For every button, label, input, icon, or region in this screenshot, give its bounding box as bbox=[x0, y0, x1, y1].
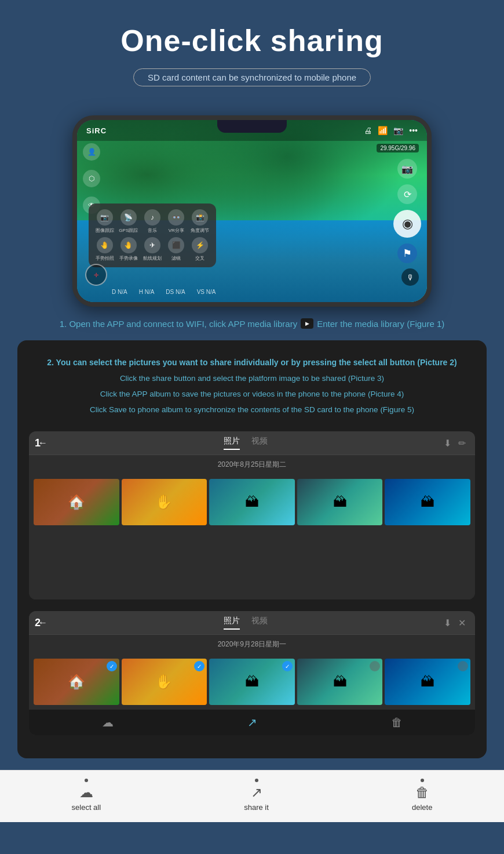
figure-2-tab-photos[interactable]: 照片 bbox=[224, 616, 240, 630]
photo-thumb-5[interactable]: 🏔 bbox=[385, 479, 470, 525]
menu-item-1: 📡 GPS跟踪 bbox=[118, 209, 138, 234]
nav-dot-delete bbox=[421, 779, 424, 782]
menu-icon-9: ⚡ bbox=[192, 237, 208, 253]
instructions-block: 2. You can select the pictures you want … bbox=[29, 354, 475, 417]
ctrl-shutter: ◉ bbox=[393, 210, 421, 238]
figure-2-tab-videos[interactable]: 视频 bbox=[251, 616, 268, 630]
instruction-line-4: Click Save to phone album to synchronize… bbox=[29, 402, 475, 417]
menu-item-6: 🤚 手势录像 bbox=[118, 237, 138, 261]
menu-icon-7: ✈ bbox=[144, 237, 160, 253]
figure-1-icon-download[interactable]: ⬇ bbox=[444, 438, 451, 449]
figure-1-date: 2020年8月25日星期二 bbox=[29, 455, 475, 474]
check-badge-3: ✓ bbox=[282, 661, 293, 671]
figure-2-icons: ⬇ ✕ bbox=[444, 617, 466, 628]
storage-badge: 29.95G/29.96 bbox=[377, 142, 419, 152]
phone-screen: SiRC 🖨 📶 📷 ••• 29.95G/29.96 👤 ⬡ 👁 bbox=[77, 120, 427, 302]
figure-2-toolbar: ☁ ↗ 🗑 bbox=[29, 710, 475, 735]
figure-2-topbar: ← 照片 视频 ⬇ ✕ bbox=[29, 611, 475, 635]
menu-label-9: 交叉 bbox=[195, 255, 204, 261]
nav-icon-delete: 🗑 bbox=[415, 784, 429, 801]
toolbar-icon-delete[interactable]: 🗑 bbox=[391, 716, 403, 729]
instruction-line-3: Click the APP album to save the pictures… bbox=[29, 386, 475, 402]
ctrl-camera: 📷 bbox=[397, 159, 417, 179]
figure-2-date: 2020年9月28日星期一 bbox=[29, 635, 475, 654]
nav-dot-select-all bbox=[85, 779, 88, 782]
instruction-line-2: Click the share button and select the pl… bbox=[29, 370, 475, 386]
step1-text-part1: 1. Open the APP and connect to WIFI, cli… bbox=[60, 319, 298, 329]
toolbar-icon-cloud[interactable]: ☁ bbox=[102, 715, 114, 729]
menu-item-0: 📷 图像跟踪 bbox=[94, 209, 115, 234]
nav-item-delete[interactable]: 🗑 delete bbox=[412, 779, 432, 812]
wifi-icon: 📶 bbox=[378, 126, 388, 135]
menu-item-2: ♪ 音乐 bbox=[142, 209, 162, 234]
figure-1-tab-photos[interactable]: 照片 bbox=[224, 436, 240, 450]
storage-text: 29.95G/29.96 bbox=[377, 144, 419, 152]
menu-label-0: 图像跟踪 bbox=[96, 227, 114, 234]
left-ctrl-1: 👤 bbox=[83, 143, 100, 161]
figure-1-tabs: 照片 视频 bbox=[224, 436, 268, 450]
header-section: One-click sharing SD card content can be… bbox=[0, 0, 504, 98]
figure-2-number: 2 bbox=[35, 617, 41, 629]
photo-thumb-f2-5[interactable]: 🏔 bbox=[385, 659, 470, 705]
photo-thumb-f2-2[interactable]: ✋ ✓ bbox=[122, 659, 207, 705]
figure-2-panel: 2 ← 照片 视频 ⬇ ✕ 2020年9月28日星期一 🏠 ✓ ✋ ✓ 🏔 bbox=[29, 611, 475, 735]
menu-label-2: 音乐 bbox=[148, 227, 157, 234]
figure-1-icons: ⬇ ✏ bbox=[444, 438, 466, 449]
figure-1-tab-videos[interactable]: 视频 bbox=[251, 436, 268, 450]
photo-thumb-f2-1[interactable]: 🏠 ✓ bbox=[34, 659, 119, 705]
camera-icon: 📷 bbox=[393, 126, 403, 135]
menu-label-7: 航线规划 bbox=[143, 255, 162, 261]
instruction-line-1: 2. You can select the pictures you want … bbox=[29, 354, 475, 370]
menu-label-1: GPS跟踪 bbox=[119, 227, 138, 234]
photo-thumb-2[interactable]: ✋ bbox=[122, 479, 207, 525]
nav-item-share[interactable]: ↗ share it bbox=[244, 779, 269, 812]
status-vs: VS N/A bbox=[197, 289, 216, 295]
figure-1-number: 1 bbox=[35, 437, 41, 449]
status-ds: DS N/A bbox=[166, 289, 185, 295]
photo-thumb-3[interactable]: 🏔 bbox=[209, 479, 295, 525]
figure-2-icon-close[interactable]: ✕ bbox=[458, 617, 466, 628]
nav-dot-share bbox=[255, 779, 258, 782]
toolbar-icon-share[interactable]: ↗ bbox=[247, 715, 257, 729]
play-icon: ▶ bbox=[301, 318, 313, 329]
photo-thumb-f2-3[interactable]: 🏔 ✓ bbox=[209, 659, 295, 705]
mic-button: 🎙 bbox=[401, 268, 419, 286]
check-badge-1: ✓ bbox=[107, 661, 117, 671]
menu-icon-1: 📡 bbox=[120, 209, 137, 226]
phone-bottom-status: D N/A H N/A DS N/A VS N/A bbox=[112, 289, 216, 295]
photo-thumb-4[interactable]: 🏔 bbox=[297, 479, 383, 525]
phone-brand: SiRC bbox=[86, 126, 107, 135]
step1-instruction: 1. Open the APP and connect to WIFI, cli… bbox=[23, 318, 481, 329]
figure-1-icon-edit[interactable]: ✏ bbox=[458, 438, 466, 449]
menu-icon-8: ⬛ bbox=[168, 237, 184, 253]
menu-icon-3: 👓 bbox=[168, 209, 184, 226]
menu-icon-2: ♪ bbox=[144, 209, 160, 226]
photo-thumb-1[interactable]: 🏠 bbox=[34, 479, 119, 525]
phone-menu-panel: 📷 图像跟踪 📡 GPS跟踪 ♪ 音乐 👓 VR分享 bbox=[89, 203, 216, 267]
figure-2-icon-download[interactable]: ⬇ bbox=[444, 617, 451, 628]
more-icon: ••• bbox=[409, 126, 418, 135]
left-ctrl-2: ⬡ bbox=[83, 170, 100, 187]
phone-compass: ✛ bbox=[85, 264, 107, 286]
menu-icon-0: 📷 bbox=[97, 209, 113, 226]
ctrl-switch: ⟳ bbox=[397, 184, 417, 204]
menu-item-5: 🤚 手势拍照 bbox=[94, 237, 115, 261]
status-d: D N/A bbox=[112, 289, 127, 295]
menu-item-3: 👓 VR分享 bbox=[166, 209, 187, 234]
figure-1-empty-space bbox=[29, 530, 475, 599]
nav-icon-share: ↗ bbox=[251, 784, 262, 801]
menu-icon-6: 🤚 bbox=[120, 237, 137, 253]
print-icon: 🖨 bbox=[364, 126, 372, 135]
phone-notch bbox=[217, 120, 287, 133]
phone-ui-overlay: SiRC 🖨 📶 📷 ••• 29.95G/29.96 👤 ⬡ 👁 bbox=[77, 120, 427, 302]
nav-label-share: share it bbox=[244, 803, 269, 812]
figure-1-topbar: ← 照片 视频 ⬇ ✏ bbox=[29, 431, 475, 455]
menu-label-3: VR分享 bbox=[169, 227, 184, 234]
nav-label-delete: delete bbox=[412, 803, 432, 812]
menu-item-4: 📸 角度调节 bbox=[190, 209, 210, 234]
ctrl-flag: ⚑ bbox=[397, 244, 417, 263]
menu-icon-5: 🤚 bbox=[97, 237, 113, 253]
photo-thumb-f2-4[interactable]: 🏔 bbox=[297, 659, 383, 705]
nav-item-select-all[interactable]: ☁ select all bbox=[72, 779, 101, 812]
status-h: H N/A bbox=[139, 289, 155, 295]
